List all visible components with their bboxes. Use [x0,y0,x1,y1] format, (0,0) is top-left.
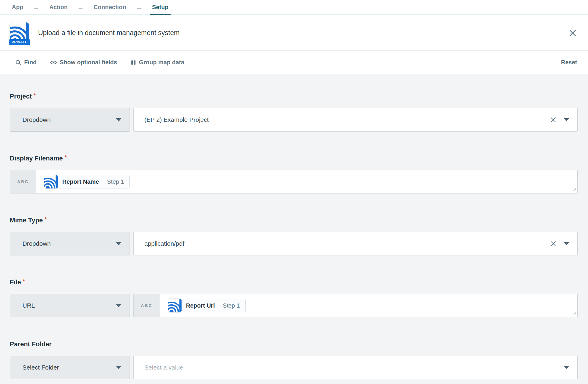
project-label: Project* [10,93,578,100]
file-content[interactable]: Report Url Step 1 [160,294,577,317]
file-value-field[interactable]: ABC [133,294,578,317]
active-step-underline [150,14,171,15]
parent-folder-value-input[interactable] [134,356,564,379]
text-type-indicator: ABC [134,294,160,317]
app-logo: PRIVATE [10,22,29,42]
display-filename-label-text: Display Filename [10,155,63,162]
file-type-selector-value: URL [22,302,35,309]
clear-value-button[interactable] [550,240,557,247]
text-type-indicator: ABC [10,170,36,193]
token-pill: Report Url Step 1 [179,299,246,312]
page-title: Upload a file in document management sys… [38,29,179,37]
mime-type-type-selector[interactable]: Dropdown [10,232,130,255]
parent-folder-type-selector-value: Select Folder [22,364,59,371]
app-logo-icon [44,175,58,188]
mapped-field-token[interactable]: Report Name Step 1 [44,175,130,188]
field-toolbar: Find Show optional fields Group map data… [0,51,588,74]
app-logo-icon [168,299,182,312]
chevron-down-icon [564,366,569,369]
project-value-field[interactable] [133,108,578,132]
display-filename-field[interactable]: ABC [10,170,578,193]
file-label-text: File [10,278,21,286]
token-divider [219,302,219,309]
parent-folder-type-selector[interactable]: Select Folder [10,356,130,379]
required-asterisk: * [34,92,36,99]
project-type-selector-value: Dropdown [22,116,51,123]
file-type-selector[interactable]: URL [10,294,130,317]
chevron-down-icon [116,366,121,369]
chevron-down-icon [564,118,569,122]
find-button[interactable]: Find [15,59,37,66]
group-map-data-label: Group map data [139,59,184,66]
chevron-down-icon [116,242,121,245]
chevron-down-icon [116,118,121,122]
required-asterisk: * [65,154,67,160]
project-type-selector[interactable]: Dropdown [10,108,130,132]
token-pill: Report Name Step 1 [55,175,130,188]
reset-button[interactable]: Reset [561,59,577,66]
columns-icon [131,60,136,65]
mime-type-label: Mime Type* [10,216,578,224]
breadcrumb-item-app[interactable]: App [10,0,25,14]
close-button[interactable] [568,28,578,38]
clear-value-button[interactable] [550,116,557,123]
chevron-down-icon [564,242,569,245]
parent-folder-value-field[interactable] [133,356,578,379]
display-filename-label: Display Filename* [10,155,578,162]
field-group-display-filename: Display Filename* ABC [10,155,578,193]
setup-form: Project* Dropdown Display Filename* [0,74,588,379]
required-asterisk: * [23,278,25,284]
breadcrumb: App → Action → Connection → Setup [0,0,588,15]
show-optional-fields-label: Show optional fields [60,59,117,66]
breadcrumb-arrow-icon: → [77,4,84,11]
required-asterisk: * [45,216,47,222]
resize-grip-icon [572,187,576,191]
action-header: PRIVATE Upload a file in document manage… [0,15,588,51]
token-field-name: Report Name [62,178,99,185]
breadcrumb-item-action[interactable]: Action [47,0,70,14]
breadcrumb-setup-label: Setup [152,4,169,11]
find-label: Find [24,59,37,66]
mime-type-value-field[interactable] [133,232,578,255]
mime-type-type-selector-value: Dropdown [22,240,51,247]
search-icon [15,60,21,65]
field-group-project: Project* Dropdown [10,93,578,132]
textarea-resize-handle[interactable] [572,311,576,316]
token-divider [103,178,103,186]
token-step-label: Step 1 [223,302,240,309]
resize-grip-icon [572,311,576,315]
reset-label: Reset [561,59,577,66]
breadcrumb-item-setup[interactable]: Setup [150,0,171,14]
group-map-data-button[interactable]: Group map data [131,59,184,66]
breadcrumb-arrow-icon: → [33,4,40,11]
show-optional-fields-button[interactable]: Show optional fields [50,59,117,66]
breadcrumb-item-connection[interactable]: Connection [92,0,128,14]
field-group-mime-type: Mime Type* Dropdown [10,216,578,255]
breadcrumb-arrow-icon: → [136,4,142,11]
textarea-resize-handle[interactable] [572,187,576,192]
field-group-file: File* URL ABC [10,278,578,317]
mime-type-label-text: Mime Type [10,216,43,224]
project-value-input[interactable] [134,108,550,131]
mapped-field-token[interactable]: Report Url Step 1 [168,299,246,312]
eye-icon [50,60,57,65]
clear-x-icon [550,116,556,123]
mime-type-value-input[interactable] [134,232,550,255]
project-label-text: Project [10,93,32,100]
file-label: File* [10,278,578,286]
private-badge: PRIVATE [9,39,30,46]
parent-folder-label-text: Parent Folder [10,340,52,348]
close-icon [569,29,577,37]
display-filename-content[interactable]: Report Name Step 1 [36,170,577,193]
clear-x-icon [550,240,556,247]
field-group-parent-folder: Parent Folder Select Folder [10,340,578,379]
chevron-down-icon [116,304,121,307]
parent-folder-label: Parent Folder [10,340,578,348]
token-field-name: Report Url [186,302,215,309]
token-step-label: Step 1 [107,178,124,185]
